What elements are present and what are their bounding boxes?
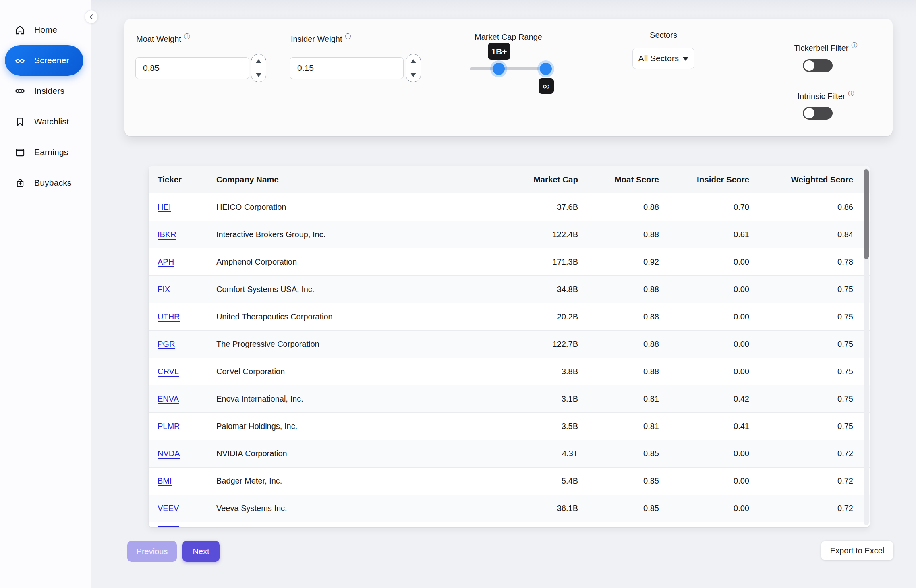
- sidebar-item-earnings[interactable]: Earnings: [5, 137, 83, 168]
- company-name-cell: Comfort Systems USA, Inc.: [205, 276, 431, 303]
- sidebar-collapse-button[interactable]: [85, 10, 98, 23]
- sidebar-item-label: Watchlist: [34, 117, 69, 126]
- insider-score-cell: 0.00: [659, 495, 749, 522]
- company-name-cell: HEICO Corporation: [205, 193, 431, 221]
- ticker-link[interactable]: IBKR: [158, 230, 176, 239]
- info-icon[interactable]: ⓘ: [184, 33, 190, 39]
- weighted-score-cell: 0.86: [749, 193, 853, 221]
- market-cap-slider-handle-max[interactable]: [540, 63, 552, 75]
- ticker-link[interactable]: FIX: [158, 285, 170, 294]
- market-cap-min-tooltip: 1B+: [488, 43, 510, 60]
- ticker-cell: NVDA: [149, 440, 205, 467]
- market-cap-cell: 34.8B: [431, 276, 578, 303]
- ticker-link[interactable]: APH: [158, 257, 174, 267]
- moat-score-cell: 0.85: [578, 440, 659, 467]
- ticker-link[interactable]: BMI: [158, 476, 172, 486]
- moat-weight-increment-button[interactable]: [251, 54, 266, 68]
- arrow-down-icon: [410, 73, 416, 77]
- ticker-cell: VEEV: [149, 495, 205, 522]
- column-header-company-name: Company Name: [205, 166, 431, 193]
- moat-weight-input[interactable]: [135, 57, 249, 79]
- ticker-link[interactable]: CRVL: [158, 367, 179, 376]
- company-name-cell: Palomar Holdings, Inc.: [205, 413, 431, 440]
- moat-score-cell: 0.81: [578, 413, 659, 440]
- insider-weight-decrement-button[interactable]: [406, 68, 421, 82]
- next-page-button[interactable]: Next: [182, 541, 220, 562]
- info-icon[interactable]: ⓘ: [851, 41, 857, 48]
- table-row-partial: [149, 522, 870, 527]
- market-cap-slider-track[interactable]: [470, 67, 547, 70]
- table-body: HEIHEICO Corporation37.6B0.880.700.86IBK…: [149, 193, 870, 522]
- toggle-knob: [804, 108, 814, 118]
- weighted-score-cell: 0.72: [749, 440, 853, 467]
- sidebar-item-watchlist[interactable]: Watchlist: [5, 106, 83, 137]
- moat-weight-stepper: [251, 54, 266, 82]
- ticker-link[interactable]: HEI: [158, 203, 171, 212]
- company-name-cell: United Therapeutics Corporation: [205, 303, 431, 330]
- sidebar-item-insiders[interactable]: Insiders: [5, 76, 83, 106]
- insider-score-cell: 0.00: [659, 331, 749, 358]
- weighted-score-cell: 0.75: [749, 331, 853, 358]
- weighted-score-cell: 0.72: [749, 495, 853, 522]
- table-scrollbar-thumb[interactable]: [864, 169, 869, 259]
- tickerbell-filter-label-text: Tickerbell Filter: [794, 43, 849, 52]
- home-icon: [15, 25, 25, 35]
- ticker-cell: FIX: [149, 276, 205, 303]
- company-name-cell: Interactive Brokers Group, Inc.: [205, 221, 431, 248]
- previous-page-button[interactable]: Previous: [127, 541, 177, 562]
- insider-score-cell: 0.41: [659, 413, 749, 440]
- moat-score-cell: 0.88: [578, 331, 659, 358]
- market-cap-cell: 3.1B: [431, 385, 578, 412]
- company-name-cell: Enova International, Inc.: [205, 385, 431, 412]
- table-scrollbar[interactable]: [864, 168, 869, 525]
- weighted-score-cell: 0.78: [749, 248, 853, 275]
- table-row: HEIHEICO Corporation37.6B0.880.700.86: [149, 193, 870, 221]
- ticker-cell: CRVL: [149, 358, 205, 385]
- moat-weight-label-text: Moat Weight: [136, 35, 181, 43]
- insider-score-cell: 0.00: [659, 358, 749, 385]
- export-to-excel-button[interactable]: Export to Excel: [821, 541, 893, 560]
- insider-weight-increment-button[interactable]: [406, 54, 421, 68]
- moat-weight-decrement-button[interactable]: [251, 68, 266, 82]
- sectors-label: Sectors: [632, 30, 694, 40]
- toggle-knob: [804, 60, 814, 71]
- eye-icon: [15, 86, 25, 97]
- market-cap-slider-handle-min[interactable]: [493, 63, 505, 75]
- insider-score-cell: 0.00: [659, 276, 749, 303]
- table-row: PLMRPalomar Holdings, Inc.3.5B0.810.410.…: [149, 412, 870, 440]
- ticker-link[interactable]: PLMR: [158, 422, 180, 431]
- sidebar-item-screener[interactable]: Screener: [5, 45, 83, 76]
- market-cap-cell: 3.5B: [431, 413, 578, 440]
- tickerbell-filter-toggle[interactable]: [803, 59, 833, 72]
- company-name-cell: CorVel Corporation: [205, 358, 431, 385]
- moat-score-cell: 0.92: [578, 248, 659, 275]
- weighted-score-cell: 0.75: [749, 358, 853, 385]
- calendar-icon: [15, 147, 25, 158]
- arrow-up-icon: [256, 59, 261, 63]
- market-cap-max-tooltip: ∞: [539, 78, 554, 94]
- ticker-link[interactable]: ENVA: [158, 394, 179, 404]
- weighted-score-cell: 0.75: [749, 303, 853, 330]
- insider-weight-label-text: Insider Weight: [291, 35, 342, 43]
- ticker-link[interactable]: VEEV: [158, 504, 179, 513]
- ticker-link[interactable]: PGR: [158, 340, 175, 349]
- sidebar-item-label: Home: [34, 25, 57, 35]
- moat-score-cell: 0.88: [578, 276, 659, 303]
- ticker-link[interactable]: UTHR: [158, 312, 180, 321]
- sidebar-item-home[interactable]: Home: [5, 14, 83, 45]
- info-icon[interactable]: ⓘ: [848, 90, 854, 97]
- info-icon[interactable]: ⓘ: [345, 33, 351, 39]
- moat-score-cell: 0.85: [578, 495, 659, 522]
- sidebar-item-label: Screener: [34, 56, 69, 65]
- sectors-dropdown[interactable]: All Sectors: [632, 48, 694, 69]
- ticker-link[interactable]: NVDA: [158, 449, 180, 458]
- intrinsic-filter-toggle[interactable]: [803, 107, 833, 120]
- glasses-icon: [15, 55, 25, 66]
- clipped-ticker-link: [158, 526, 179, 527]
- insider-score-cell: 0.00: [659, 248, 749, 275]
- moat-score-cell: 0.88: [578, 358, 659, 385]
- intrinsic-filter-label-text: Intrinsic Filter: [798, 92, 846, 101]
- ticker-cell: PGR: [149, 331, 205, 358]
- sidebar-item-buybacks[interactable]: Buybacks: [5, 168, 83, 198]
- insider-weight-input[interactable]: [290, 57, 404, 79]
